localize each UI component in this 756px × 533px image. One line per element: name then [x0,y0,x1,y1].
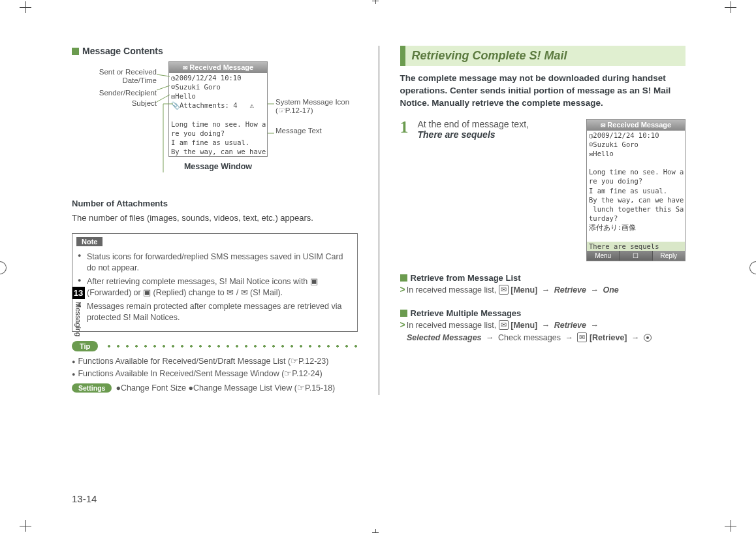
tip-content: Functions Available for Received/Sent/Dr… [72,355,358,395]
annotation-label: Subject [72,99,157,107]
screen-row: lunch together this Sa [587,204,685,214]
flow-key-italic: Retrieve [554,321,586,330]
body-text: The number of files (images, sounds, vid… [72,212,358,224]
flow-key: [Retrieve] [590,333,627,342]
note-box: Note Status icons for forwarded/replied … [72,233,358,332]
arrow-icon: → [486,333,494,342]
section-heading-bar: Retrieving Complete S! Mail [400,46,686,66]
settings-label: Settings [72,383,112,393]
arrow-icon: → [542,321,550,330]
settings-line: ●Change Font Size ●Change Message List V… [116,383,335,393]
svg-line-0 [157,74,170,76]
screen-row: ◷2009/12/24 10:10 [169,73,267,82]
flow-text: Check messages [498,333,561,342]
tip-line: Functions Available for Received/Sent/Dr… [78,357,328,366]
subheading: Number of Attachments [72,199,358,208]
flow-key-italic: One [603,285,618,295]
crop-mark [372,529,379,533]
note-item: Status icons for forwarded/replied SMS m… [78,251,352,274]
screen-row: 📎Attachments: 4 ⚠ [169,101,267,110]
flow-key-italic: Selected Messages [407,333,482,342]
page-number: 13-14 [72,493,97,504]
procedure-flow: >In received message list, ✉ [Menu] → Re… [400,318,686,344]
tip-row: Tip [72,341,358,351]
svg-line-2 [157,95,170,102]
softkey-bar: Menu ☐ Reply [587,251,685,261]
subsection-title: Retrieve Multiple Messages [411,308,522,318]
step: 1 At the end of message text, There are … [400,119,686,262]
arrow-icon: → [590,285,599,295]
screen-titlebar: ✉ Received Message [169,62,267,73]
screen-row: ☺Suzuki Goro [587,140,685,149]
note-item: After retrieving complete messages, S! M… [78,276,352,299]
screen-row: Long time no see. How a [169,120,267,129]
screen-row: ✉Hello [587,149,685,158]
screen-row: Long time no see. How a [587,167,685,176]
subsection: Retrieve from Message List >In received … [400,273,686,297]
screen-row: By the way, can we have [169,147,267,156]
step-line: At the end of message text, [418,119,529,129]
screen-row: 添付あり:画像 [587,223,685,232]
subsection-title: Retrieve from Message List [411,273,521,283]
crop-mark [372,0,379,4]
section-heading: Message Contents [72,46,358,56]
dots-divider [104,345,357,347]
crop-mark [20,520,31,532]
screen-row: ✉Hello [169,91,267,101]
softkey: Menu [587,251,620,261]
annotation-label: Message Text [276,127,349,135]
screen-titlebar: ✉ Received Message [587,120,685,131]
screen-row [587,232,685,241]
figure-message-window: Sent or Received Date/Time Sender/Recipi… [72,61,358,186]
procedure-flow: >In received message list, ✉ [Menu] → Re… [400,283,686,297]
tip-label: Tip [72,341,98,351]
figure-caption: Message Window [168,162,268,171]
step-number: 1 [400,119,409,136]
softkey: Reply [653,251,685,261]
arrow-icon: → [565,333,573,342]
step-text: At the end of message text, There are se… [418,119,578,140]
screen-row: By the way, can we have [587,195,685,204]
tip-line: Functions Available In Received/Sent Mes… [78,369,322,378]
note-label: Note [76,237,102,246]
phone-screen: ✉ Received Message ◷2009/12/24 10:10 ☺Su… [586,119,685,262]
crop-mark [725,1,736,13]
screen-row: re you doing? [587,176,685,186]
screen-row: I am fine as usual. [587,186,685,195]
square-bullet-icon [72,48,79,55]
arrow-icon: → [542,285,550,295]
chevron-icon: > [400,319,405,330]
section-heading-text: Message Contents [82,46,163,56]
svg-line-1 [157,86,170,90]
column-divider [379,46,379,395]
screen-row: ◷2009/12/24 10:10 [587,131,685,140]
crop-mark [725,520,736,532]
flow-text: In received message list, [407,321,499,330]
screen-row: ☺Suzuki Goro [169,82,267,91]
crop-mark [749,261,756,274]
note-item: Messages remain protected after complete… [78,301,352,324]
crop-mark [0,261,7,274]
annotation-label: System Message Icon(☞P.12-17) [276,98,349,115]
intro-text: The complete message may not be download… [400,73,686,110]
left-column: Message Contents Sent or Received Date/T… [72,46,358,395]
square-bullet-icon [400,274,407,282]
step-line-italic: There are sequels [418,129,496,140]
chevron-icon: > [400,284,405,295]
phone-screen: ✉ Received Message ◷2009/12/24 10:10 ☺Su… [168,61,268,157]
screen-row-highlight: There are sequels [587,242,685,251]
subsection: Retrieve Multiple Messages >In received … [400,308,686,344]
square-bullet-icon [400,310,407,317]
center-key-icon [644,334,652,342]
heading-accent [400,46,405,66]
screen-row: turday? [587,214,685,223]
envelope-icon: ✉ [499,320,509,330]
envelope-icon: ✉ [577,332,587,342]
screen-row [587,158,685,167]
crop-mark [20,1,31,13]
softkey: ☐ [620,251,652,261]
arrow-icon: → [631,333,640,342]
annotation-label: Sent or Received Date/Time [72,68,157,85]
screen-row: re you doing? [169,129,267,138]
arrow-icon: → [590,321,599,330]
